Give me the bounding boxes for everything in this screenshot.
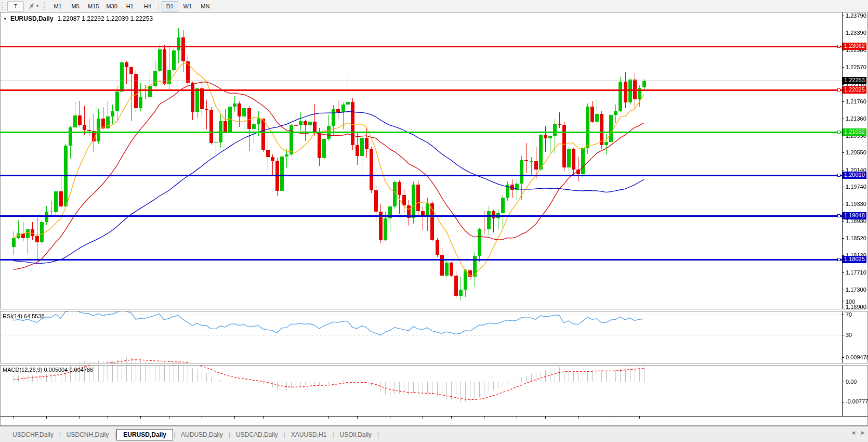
price-axis-tick: 1.19740 [846,184,866,190]
price-line-label[interactable]: 1.22025 [843,86,866,94]
timeframe-button-m1[interactable]: M1 [49,1,66,11]
tab-separator: | [174,431,175,438]
timeframe-group: M1M5M15M30H1H4D1W1MN [49,1,214,11]
price-line-label[interactable]: 1.19048 [843,212,866,219]
price-axis-tick: 1.20550 [846,149,866,155]
timeframe-button-m15[interactable]: M15 [85,1,102,11]
chart-menu-icon[interactable]: ▼ [3,17,7,21]
tab-scroll-right-icon[interactable]: ▶ [861,430,865,435]
tab-audusd-daily[interactable]: AUDUSD,Daily [176,430,228,440]
price-line-label[interactable]: 1.23062 [843,43,866,50]
rsi-indicator-label: RSI(14) 64.5538 [3,313,45,319]
timeframe-button-h4[interactable]: H4 [139,1,156,11]
tab-usdchf-daily[interactable]: USDCHF,Daily [7,430,59,440]
tab-scroll-arrows: ◀ ▶ [851,430,865,435]
tab-separator: | [114,431,116,438]
toolbar-grip[interactable] [44,2,47,10]
price-axis-tick: 1.18520 [846,235,866,241]
top-toolbar: T ▾ M1M5M15M30H1H4D1W1MN [0,0,868,12]
timeframe-button-m30[interactable]: M30 [103,1,120,11]
timeframe-button-mn[interactable]: MN [197,1,214,11]
dropdown-caret-icon: ▾ [36,4,38,8]
macd-axis-tick: 0.009478 [846,354,868,360]
rsi-axis-tick: 100 [846,298,855,305]
toolbar-grip[interactable] [2,2,5,10]
terminal-window: T ▾ M1M5M15M30H1H4D1W1MN ▼ EURUSD,Daily … [0,0,868,442]
price-axis-tick: 1.17710 [846,269,866,276]
tab-separator: | [229,431,230,438]
text-tool-button[interactable]: T [7,1,24,11]
price-line-label[interactable]: 1.18025 [843,256,866,263]
tab-usoil-daily[interactable]: USOil,Daily [335,430,377,440]
tab-separator: | [377,431,379,438]
tab-separator: | [59,431,61,438]
chart-title: ▼ EURUSD,Daily 1.22087 1.22292 1.22039 1… [3,15,153,22]
tab-usdcad-daily[interactable]: USDCAD,Daily [231,430,283,440]
rsi-axis-tick: 30 [846,332,852,338]
timeframe-button-h1[interactable]: H1 [122,1,138,11]
chart-ohlc-values: 1.22087 1.22292 1.22039 1.22253 [58,15,153,22]
price-axis-tick: 1.23790 [846,12,866,19]
price-axis-tick: 1.19330 [846,201,866,207]
price-line-label[interactable]: 1.21032 [843,128,866,136]
current-price-label: 1.22253 [843,77,866,84]
tab-xauusd-h1[interactable]: XAUUSD,H1 [286,430,332,440]
timeframe-button-m5[interactable]: M5 [67,1,84,11]
chart-symbol-label: EURUSD,Daily [10,15,54,22]
timeframe-button-w1[interactable]: W1 [179,1,196,11]
price-axis-tick: 1.21360 [846,115,866,122]
tab-eurusd-daily[interactable]: EURUSD,Daily [116,429,173,440]
bottom-tab-bar: USDCHF,Daily|USDCNH,Daily|EURUSD,Daily|A… [0,426,868,442]
price-axis-tick: 1.21760 [846,98,866,105]
price-line-label[interactable]: 1.20010 [843,172,866,179]
cursor-tool-button[interactable]: ▾ [25,1,42,11]
tab-usdcnh-daily[interactable]: USDCNH,Daily [61,430,114,440]
symbol-tab-strip: USDCHF,Daily|USDCNH,Daily|EURUSD,Daily|A… [7,426,379,442]
tab-separator: | [332,431,334,438]
tab-scroll-left-icon[interactable]: ◀ [851,430,855,435]
macd-axis-tick: -0.007778 [846,398,868,405]
toolbar-separator [159,2,159,10]
rsi-pane-divider[interactable] [0,309,868,311]
price-axis-tick: 1.22570 [846,64,866,70]
macd-axis-tick: 0.00 [846,379,857,385]
price-axis-tick: 1.23390 [846,30,866,36]
timeframe-button-d1[interactable]: D1 [162,1,178,11]
rsi-axis-tick: 70 [846,311,852,318]
macd-pane-divider[interactable] [0,363,868,366]
tab-separator: | [284,431,285,438]
cursor-arrows-icon [28,3,35,9]
macd-indicator-label: MACD(12,26,9) 0.005004 0.004786 [3,367,93,373]
price-axis-tick: 1.17300 [846,287,866,293]
chart-window: ▼ EURUSD,Daily 1.22087 1.22292 1.22039 1… [0,12,868,426]
